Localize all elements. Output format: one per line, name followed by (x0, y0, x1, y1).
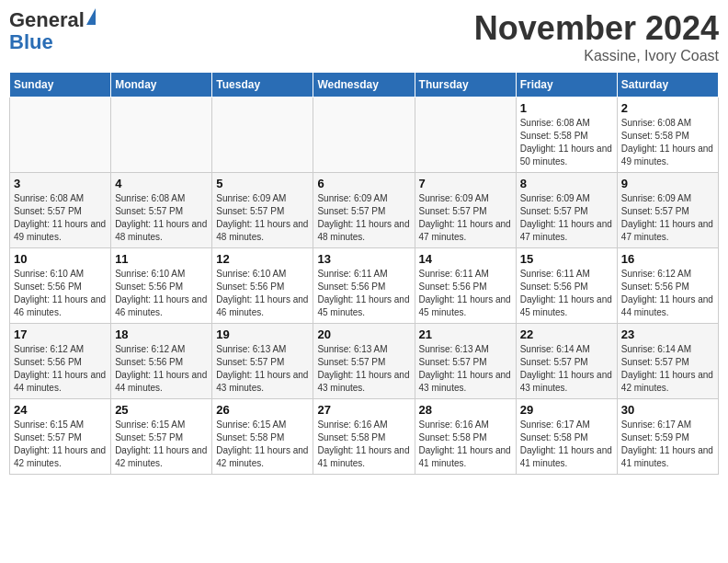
calendar-week-1: 1Sunrise: 6:08 AM Sunset: 5:58 PM Daylig… (10, 98, 719, 173)
day-info: Sunrise: 6:11 AM Sunset: 5:56 PM Dayligh… (520, 268, 613, 319)
day-number: 25 (115, 403, 208, 417)
day-info: Sunrise: 6:15 AM Sunset: 5:57 PM Dayligh… (14, 419, 107, 470)
day-info: Sunrise: 6:17 AM Sunset: 5:59 PM Dayligh… (621, 419, 714, 470)
day-header-monday: Monday (111, 73, 212, 98)
day-number: 24 (14, 403, 107, 417)
logo-triangle-icon (86, 8, 96, 25)
month-title: November 2024 (474, 9, 719, 48)
calendar: SundayMondayTuesdayWednesdayThursdayFrid… (9, 72, 719, 475)
table-row: 27Sunrise: 6:16 AM Sunset: 5:58 PM Dayli… (313, 399, 415, 475)
header: General Blue November 2024 Kassine, Ivor… (9, 9, 719, 64)
day-number: 11 (115, 252, 208, 266)
calendar-week-5: 24Sunrise: 6:15 AM Sunset: 5:57 PM Dayli… (10, 399, 719, 475)
day-info: Sunrise: 6:08 AM Sunset: 5:58 PM Dayligh… (621, 117, 714, 168)
table-row (212, 98, 313, 173)
day-info: Sunrise: 6:15 AM Sunset: 5:58 PM Dayligh… (216, 419, 309, 470)
day-info: Sunrise: 6:12 AM Sunset: 5:56 PM Dayligh… (115, 343, 208, 395)
day-number: 22 (520, 327, 613, 341)
day-info: Sunrise: 6:13 AM Sunset: 5:57 PM Dayligh… (216, 343, 309, 395)
day-info: Sunrise: 6:11 AM Sunset: 5:56 PM Dayligh… (317, 268, 410, 319)
table-row (415, 98, 516, 173)
day-info: Sunrise: 6:12 AM Sunset: 5:56 PM Dayligh… (14, 343, 107, 395)
title-area: November 2024 Kassine, Ivory Coast (474, 9, 719, 64)
day-number: 20 (317, 327, 410, 341)
table-row: 22Sunrise: 6:14 AM Sunset: 5:57 PM Dayli… (516, 324, 617, 399)
day-number: 4 (115, 177, 208, 190)
table-row: 18Sunrise: 6:12 AM Sunset: 5:56 PM Dayli… (111, 324, 212, 399)
day-header-saturday: Saturday (617, 73, 718, 98)
day-info: Sunrise: 6:16 AM Sunset: 5:58 PM Dayligh… (317, 419, 410, 470)
table-row: 16Sunrise: 6:12 AM Sunset: 5:56 PM Dayli… (617, 248, 718, 324)
day-number: 13 (317, 252, 410, 266)
day-number: 23 (621, 327, 714, 341)
table-row: 4Sunrise: 6:08 AM Sunset: 5:57 PM Daylig… (111, 173, 212, 248)
day-header-sunday: Sunday (10, 73, 111, 98)
table-row: 30Sunrise: 6:17 AM Sunset: 5:59 PM Dayli… (617, 399, 718, 475)
table-row: 20Sunrise: 6:13 AM Sunset: 5:57 PM Dayli… (313, 324, 415, 399)
day-number: 6 (317, 177, 410, 190)
day-info: Sunrise: 6:10 AM Sunset: 5:56 PM Dayligh… (115, 268, 208, 319)
day-info: Sunrise: 6:10 AM Sunset: 5:56 PM Dayligh… (216, 268, 309, 319)
day-info: Sunrise: 6:09 AM Sunset: 5:57 PM Dayligh… (520, 192, 613, 244)
day-number: 28 (419, 403, 512, 417)
calendar-week-3: 10Sunrise: 6:10 AM Sunset: 5:56 PM Dayli… (10, 248, 719, 324)
table-row: 12Sunrise: 6:10 AM Sunset: 5:56 PM Dayli… (212, 248, 313, 324)
table-row: 17Sunrise: 6:12 AM Sunset: 5:56 PM Dayli… (10, 324, 111, 399)
day-info: Sunrise: 6:15 AM Sunset: 5:57 PM Dayligh… (115, 419, 208, 470)
day-number: 14 (419, 252, 512, 266)
day-info: Sunrise: 6:09 AM Sunset: 5:57 PM Dayligh… (419, 192, 512, 244)
day-number: 26 (216, 403, 309, 417)
calendar-week-2: 3Sunrise: 6:08 AM Sunset: 5:57 PM Daylig… (10, 173, 719, 248)
day-info: Sunrise: 6:08 AM Sunset: 5:58 PM Dayligh… (520, 117, 613, 168)
calendar-week-4: 17Sunrise: 6:12 AM Sunset: 5:56 PM Dayli… (10, 324, 719, 399)
day-number: 15 (520, 252, 613, 266)
logo-blue: Blue (9, 31, 96, 53)
table-row: 21Sunrise: 6:13 AM Sunset: 5:57 PM Dayli… (415, 324, 516, 399)
table-row: 8Sunrise: 6:09 AM Sunset: 5:57 PM Daylig… (516, 173, 617, 248)
day-number: 29 (520, 403, 613, 417)
day-number: 18 (115, 327, 208, 341)
table-row: 10Sunrise: 6:10 AM Sunset: 5:56 PM Dayli… (10, 248, 111, 324)
day-info: Sunrise: 6:12 AM Sunset: 5:56 PM Dayligh… (621, 268, 714, 319)
day-number: 2 (621, 101, 714, 115)
day-info: Sunrise: 6:09 AM Sunset: 5:57 PM Dayligh… (317, 192, 410, 244)
day-number: 3 (14, 177, 107, 190)
day-info: Sunrise: 6:13 AM Sunset: 5:57 PM Dayligh… (317, 343, 410, 395)
day-info: Sunrise: 6:09 AM Sunset: 5:57 PM Dayligh… (216, 192, 309, 244)
day-number: 21 (419, 327, 512, 341)
logo-general: General (9, 9, 85, 31)
day-header-wednesday: Wednesday (313, 73, 415, 98)
day-header-tuesday: Tuesday (212, 73, 313, 98)
table-row: 25Sunrise: 6:15 AM Sunset: 5:57 PM Dayli… (111, 399, 212, 475)
day-info: Sunrise: 6:08 AM Sunset: 5:57 PM Dayligh… (115, 192, 208, 244)
day-number: 19 (216, 327, 309, 341)
day-info: Sunrise: 6:10 AM Sunset: 5:56 PM Dayligh… (14, 268, 107, 319)
day-info: Sunrise: 6:11 AM Sunset: 5:56 PM Dayligh… (419, 268, 512, 319)
table-row: 13Sunrise: 6:11 AM Sunset: 5:56 PM Dayli… (313, 248, 415, 324)
day-number: 17 (14, 327, 107, 341)
day-info: Sunrise: 6:16 AM Sunset: 5:58 PM Dayligh… (419, 419, 512, 470)
day-number: 5 (216, 177, 309, 190)
table-row: 24Sunrise: 6:15 AM Sunset: 5:57 PM Dayli… (10, 399, 111, 475)
logo: General Blue (9, 9, 96, 53)
day-number: 1 (520, 101, 613, 115)
table-row: 11Sunrise: 6:10 AM Sunset: 5:56 PM Dayli… (111, 248, 212, 324)
day-number: 9 (621, 177, 714, 190)
day-info: Sunrise: 6:14 AM Sunset: 5:57 PM Dayligh… (520, 343, 613, 395)
table-row: 7Sunrise: 6:09 AM Sunset: 5:57 PM Daylig… (415, 173, 516, 248)
table-row: 2Sunrise: 6:08 AM Sunset: 5:58 PM Daylig… (617, 98, 718, 173)
table-row: 14Sunrise: 6:11 AM Sunset: 5:56 PM Dayli… (415, 248, 516, 324)
day-info: Sunrise: 6:09 AM Sunset: 5:57 PM Dayligh… (621, 192, 714, 244)
day-info: Sunrise: 6:13 AM Sunset: 5:57 PM Dayligh… (419, 343, 512, 395)
table-row: 5Sunrise: 6:09 AM Sunset: 5:57 PM Daylig… (212, 173, 313, 248)
table-row (111, 98, 212, 173)
day-number: 27 (317, 403, 410, 417)
day-number: 30 (621, 403, 714, 417)
day-number: 10 (14, 252, 107, 266)
table-row: 3Sunrise: 6:08 AM Sunset: 5:57 PM Daylig… (10, 173, 111, 248)
table-row: 1Sunrise: 6:08 AM Sunset: 5:58 PM Daylig… (516, 98, 617, 173)
table-row (313, 98, 415, 173)
day-number: 12 (216, 252, 309, 266)
table-row: 15Sunrise: 6:11 AM Sunset: 5:56 PM Dayli… (516, 248, 617, 324)
table-row: 23Sunrise: 6:14 AM Sunset: 5:57 PM Dayli… (617, 324, 718, 399)
